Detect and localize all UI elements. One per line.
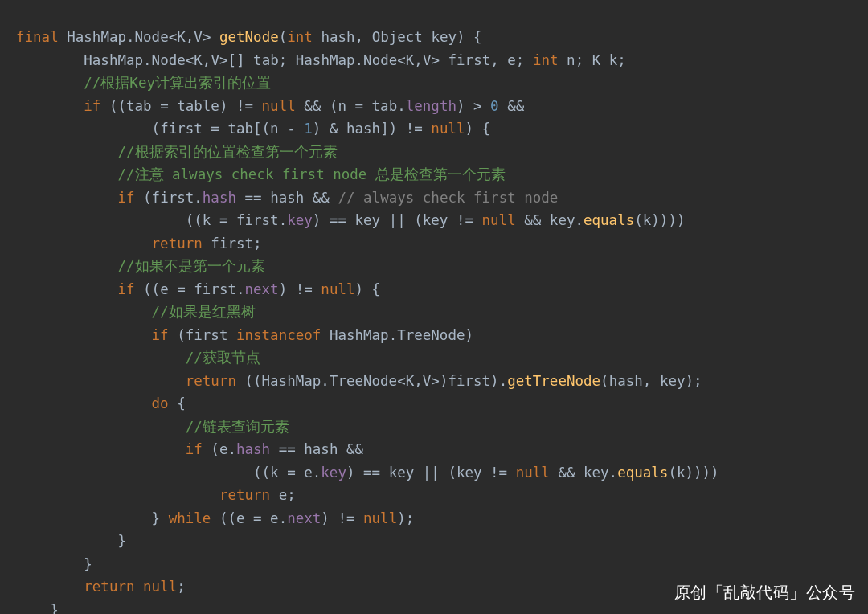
code-token: ) ==: [313, 212, 355, 228]
code-token: HashMap: [67, 29, 126, 45]
code-token: [227, 327, 236, 343]
code-token: int: [287, 29, 313, 45]
code-token: ;: [575, 52, 592, 68]
code-token: ,: [186, 29, 194, 45]
code-token: null: [143, 579, 177, 595]
code-token: ,: [490, 52, 507, 68]
code-token: key: [660, 373, 686, 389]
code-token: ,: [414, 52, 423, 68]
code-token: //根据Key计算出索引的位置: [84, 75, 271, 91]
code-token: ;: [279, 52, 296, 68]
code-token: e: [270, 510, 279, 526]
code-token: ): [465, 327, 473, 343]
code-token: hash: [236, 441, 270, 457]
code-token: &&: [338, 441, 363, 457]
code-token: if: [152, 327, 169, 343]
code-token: ((: [16, 465, 270, 481]
code-token: //链表查询元素: [186, 419, 289, 435]
code-token: ,: [203, 52, 211, 68]
code-token: [16, 52, 84, 68]
code-token: ]) !=: [380, 121, 431, 137]
code-token: -: [279, 121, 305, 137]
code-token: ) &: [313, 121, 346, 137]
code-token: k: [203, 212, 211, 228]
code-token: =: [211, 212, 236, 228]
code-token: || (: [414, 465, 457, 481]
code-token: [16, 235, 152, 252]
code-token: hash: [203, 190, 236, 206]
code-token: .: [397, 98, 406, 114]
code-token: {: [169, 395, 186, 411]
code-token: return: [186, 373, 236, 389]
code-token: V: [423, 52, 432, 68]
code-token: e: [279, 487, 288, 503]
code-token: ,: [414, 373, 423, 389]
code-token: .: [227, 441, 236, 457]
code-token: }: [16, 602, 59, 614]
code-token: (: [668, 465, 677, 481]
code-token: getTreeNode: [507, 373, 600, 389]
code-token: table: [177, 98, 219, 114]
code-token: [16, 350, 186, 366]
code-token: <: [397, 52, 406, 68]
code-token: [16, 166, 117, 182]
code-token: tab: [126, 98, 152, 114]
code-token: //如果是红黑树: [152, 304, 256, 320]
code-token: if: [186, 441, 203, 457]
code-token: k: [609, 52, 618, 68]
code-token: ).: [490, 373, 507, 389]
code-token: equals: [617, 465, 668, 481]
code-token: //根据索引的位置检查第一个元素: [117, 144, 337, 160]
code-token: if: [117, 281, 134, 297]
code-token: ) {: [457, 29, 482, 45]
code-token: .: [236, 281, 245, 297]
code-token: ,: [643, 373, 660, 389]
code-token: =: [203, 121, 228, 137]
code-token: null: [431, 121, 465, 137]
code-token: tab: [372, 98, 398, 114]
code-token: >[]: [219, 52, 253, 68]
code-token: ((: [16, 212, 203, 228]
code-token: K: [194, 52, 203, 68]
code-token: first: [194, 281, 236, 297]
code-token: [16, 487, 219, 503]
code-token: =: [245, 510, 271, 526]
code-token: HashMap: [262, 373, 321, 389]
code-token: <: [169, 29, 178, 45]
code-token: Object: [372, 29, 423, 45]
code-token: 0: [490, 98, 499, 114]
code-token: [16, 327, 152, 343]
code-token: [203, 235, 211, 252]
code-token: )))): [685, 465, 719, 481]
code-token: V: [423, 373, 432, 389]
code-token: K: [406, 373, 415, 389]
code-token: ;: [516, 52, 533, 68]
code-token: .: [389, 327, 398, 343]
code-token: (: [169, 327, 186, 343]
code-token: )))): [651, 212, 685, 228]
code-token: e: [219, 441, 228, 457]
code-token: tab: [253, 52, 279, 68]
code-token: first: [160, 121, 203, 137]
code-token: //如果不是第一个元素: [117, 258, 264, 274]
code-token: ;: [617, 52, 626, 68]
code-token: length: [406, 98, 457, 114]
code-token: key: [321, 465, 346, 481]
code-token: =: [169, 281, 194, 297]
code-token: ) >: [457, 98, 490, 114]
code-token: null: [482, 212, 516, 228]
code-token: n: [338, 98, 346, 114]
code-token: return: [219, 487, 270, 503]
code-token: [423, 29, 432, 45]
code-token: Node: [135, 29, 169, 45]
code-token: );: [685, 373, 702, 389]
code-token: =: [279, 465, 305, 481]
code-token: key: [389, 465, 415, 481]
code-token: // always check first node: [338, 190, 558, 206]
code-token: (: [600, 373, 609, 389]
code-token: [16, 190, 117, 206]
code-token: .: [313, 465, 321, 481]
code-token: .: [609, 465, 618, 481]
code-token: return: [84, 579, 134, 595]
code-token: key: [431, 29, 457, 45]
